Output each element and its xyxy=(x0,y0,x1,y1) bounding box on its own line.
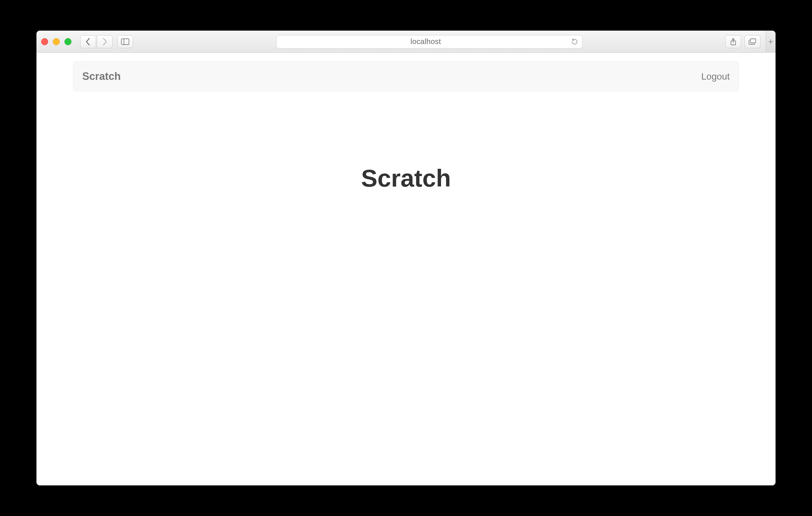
address-bar-container: localhost xyxy=(138,35,721,49)
chevron-right-icon xyxy=(102,38,108,46)
sidebar-icon xyxy=(121,38,129,45)
share-icon xyxy=(730,38,736,45)
chevron-left-icon xyxy=(85,38,91,46)
hero-section: Scratch xyxy=(73,91,739,192)
window-close-button[interactable] xyxy=(41,38,48,45)
plus-icon: + xyxy=(768,37,774,47)
svg-rect-0 xyxy=(121,39,129,44)
share-button[interactable] xyxy=(725,35,741,48)
page-content: Scratch Logout Scratch xyxy=(36,53,776,485)
app-navbar: Scratch Logout xyxy=(73,62,739,91)
window-controls xyxy=(41,38,71,45)
browser-toolbar: localhost xyxy=(36,31,776,53)
logout-link[interactable]: Logout xyxy=(701,71,730,82)
browser-window: localhost xyxy=(36,31,776,485)
brand-link[interactable]: Scratch xyxy=(82,70,121,83)
window-minimize-button[interactable] xyxy=(53,38,60,45)
address-bar[interactable]: localhost xyxy=(276,35,582,49)
address-bar-text: localhost xyxy=(281,37,571,46)
forward-button[interactable] xyxy=(97,35,113,48)
toolbar-right-group: + xyxy=(725,31,771,53)
sidebar-toggle-button[interactable] xyxy=(117,35,133,48)
reload-icon xyxy=(571,38,578,45)
svg-rect-4 xyxy=(750,39,756,43)
reload-button[interactable] xyxy=(571,38,578,45)
window-zoom-button[interactable] xyxy=(64,38,71,45)
back-button[interactable] xyxy=(80,35,96,48)
new-tab-button[interactable]: + xyxy=(765,31,776,53)
nav-button-group xyxy=(80,35,113,48)
tabs-button[interactable] xyxy=(745,35,760,48)
page-title: Scratch xyxy=(73,164,739,192)
tabs-icon xyxy=(749,38,756,45)
